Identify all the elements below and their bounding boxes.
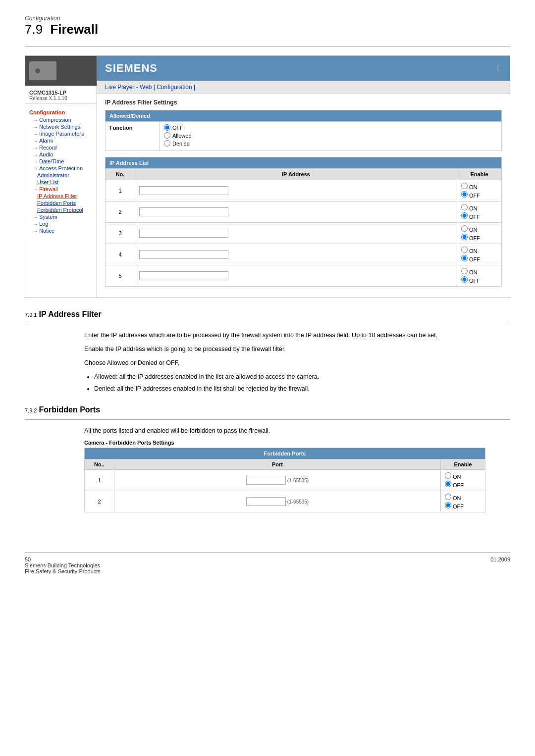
sidebar-item-audio[interactable]: Audio xyxy=(27,151,95,158)
table-row: 2 ON OFF xyxy=(106,202,502,223)
col-no: No. xyxy=(106,169,135,180)
col-ip: IP Address xyxy=(135,169,457,180)
radio-allowed[interactable]: Allowed xyxy=(164,132,497,139)
fp-enable-radio-1: ON OFF xyxy=(445,472,481,488)
sidebar-item-image[interactable]: Image Parameters xyxy=(27,130,95,137)
sidebar-item-network[interactable]: Network Settings xyxy=(27,123,95,130)
footer-division: Fire Safety & Security Products xyxy=(25,568,101,574)
row5-ip xyxy=(135,265,457,287)
content-panel: SIEMENS L Live Player - Web | Configurat… xyxy=(97,56,510,298)
port-input-1[interactable] xyxy=(246,476,286,485)
fp-row2-enable: ON OFF xyxy=(441,491,485,512)
sidebar-item-log[interactable]: Log xyxy=(27,220,95,227)
corner-indicator: L xyxy=(497,63,502,74)
fp-off-label-2[interactable]: OFF xyxy=(445,502,464,509)
ip-input-2[interactable] xyxy=(139,207,228,216)
title-text: Firewall xyxy=(50,22,98,37)
footer-date: 01.2009 xyxy=(490,556,510,574)
off-label-3[interactable]: OFF xyxy=(461,234,480,241)
fp-on-label-2[interactable]: ON xyxy=(445,494,461,501)
page-footer: 50 Siemens Building Technologies Fire Sa… xyxy=(25,552,510,574)
table-row: 3 ON OFF xyxy=(106,223,502,244)
sidebar-subitem-ip-filter[interactable]: IP Address Filter xyxy=(27,193,95,200)
radio-denied[interactable]: Denied xyxy=(164,140,497,147)
function-label: Function xyxy=(106,122,160,151)
section-792: 7.9.2 Forbidden Ports All the ports list… xyxy=(25,405,510,512)
ip-list-header: IP Address List xyxy=(106,157,502,169)
radio-denied-input[interactable] xyxy=(164,140,170,147)
off-label-1[interactable]: OFF xyxy=(461,191,480,199)
sidebar-subitem-forbidden-protocol[interactable]: Forbidden Protocol xyxy=(27,206,95,213)
device-info: CCMC1315-LP Release X.1.1.10 xyxy=(25,86,97,103)
fp-off-radio-2[interactable] xyxy=(445,502,451,508)
fp-on-label-1[interactable]: ON xyxy=(445,472,461,480)
radio-off[interactable]: OFF xyxy=(164,124,497,131)
on-label-1[interactable]: ON xyxy=(461,183,478,190)
forbidden-ports-header: Forbidden Ports xyxy=(85,448,485,459)
on-label-3[interactable]: ON xyxy=(461,225,478,233)
fp-col-port: Port xyxy=(114,459,441,470)
on-radio-2[interactable] xyxy=(461,204,468,210)
off-label-2[interactable]: OFF xyxy=(461,212,480,220)
ip-address-list-table: IP Address List No. IP Address Enable 1 … xyxy=(105,157,502,287)
ip-input-3[interactable] xyxy=(139,229,228,238)
off-label-5[interactable]: OFF xyxy=(461,276,480,284)
sidebar-item-compression[interactable]: Compression xyxy=(27,116,95,123)
fp-off-label-1[interactable]: OFF xyxy=(445,481,464,488)
on-radio-5[interactable] xyxy=(461,268,468,274)
off-radio-2[interactable] xyxy=(461,212,468,219)
radio-off-label: OFF xyxy=(172,125,183,131)
row2-no: 2 xyxy=(106,202,135,223)
row3-no: 3 xyxy=(106,223,135,244)
on-label-4[interactable]: ON xyxy=(461,247,478,254)
ip-input-4[interactable] xyxy=(139,250,228,259)
enable-radio-2: ON OFF xyxy=(461,204,497,220)
radio-allowed-input[interactable] xyxy=(164,132,170,139)
off-radio-3[interactable] xyxy=(461,234,468,240)
fp-row1-enable: ON OFF xyxy=(441,470,485,491)
off-radio-4[interactable] xyxy=(461,255,468,261)
section-792-number: 7.9.2 xyxy=(25,407,37,413)
port-input-2[interactable] xyxy=(246,497,286,506)
radio-off-input[interactable] xyxy=(164,124,170,131)
enable-radio-3: ON OFF xyxy=(461,225,497,241)
section-791-para2: Enable the IP address which is going to … xyxy=(84,344,510,354)
sidebar-subitem-userlist[interactable]: User List xyxy=(27,179,95,186)
fp-off-radio-1[interactable] xyxy=(445,481,451,487)
row1-enable: ON OFF xyxy=(457,180,502,202)
on-radio-3[interactable] xyxy=(461,225,468,232)
radio-denied-label: Denied xyxy=(172,141,190,147)
sidebar-item-firewall[interactable]: Firewall xyxy=(27,186,95,193)
nav-section-label: Configuration xyxy=(29,109,95,115)
ip-input-1[interactable] xyxy=(139,186,228,195)
table-row: 5 ON OFF xyxy=(106,265,502,287)
table-row: 2 (1-65535) ON OFF xyxy=(85,491,485,512)
row3-ip xyxy=(135,223,457,244)
sidebar-subitem-administrator[interactable]: Administrator xyxy=(27,172,95,179)
sidebar-item-datetime[interactable]: Date/Time xyxy=(27,158,95,165)
sidebar-item-alarm[interactable]: Alarm xyxy=(27,137,95,144)
row4-ip xyxy=(135,244,457,265)
enable-radio-4: ON OFF xyxy=(461,247,497,262)
sidebar-subitem-forbidden-ports[interactable]: Forbidden Ports xyxy=(27,200,95,206)
sidebar-item-notice[interactable]: Notice xyxy=(27,227,95,234)
nav-text: Live Player - Web | Configuration | xyxy=(105,84,195,91)
on-radio-1[interactable] xyxy=(461,183,468,189)
col-enable: Enable xyxy=(457,169,502,180)
fp-row2-no: 2 xyxy=(85,491,114,512)
fp-on-radio-2[interactable] xyxy=(445,494,451,500)
table-row: 1 ON OFF xyxy=(106,180,502,202)
on-radio-4[interactable] xyxy=(461,247,468,253)
off-radio-1[interactable] xyxy=(461,191,468,198)
sidebar-item-access-protection[interactable]: Access Protection xyxy=(27,165,95,172)
sidebar-item-system[interactable]: System xyxy=(27,213,95,220)
sidebar-item-record[interactable]: Record xyxy=(27,144,95,151)
row4-enable: ON OFF xyxy=(457,244,502,265)
on-label-5[interactable]: ON xyxy=(461,268,478,275)
on-label-2[interactable]: ON xyxy=(461,204,478,211)
fp-on-radio-1[interactable] xyxy=(445,472,451,479)
main-layout: CCMC1315-LP Release X.1.1.10 Configurati… xyxy=(25,55,510,298)
ip-input-5[interactable] xyxy=(139,271,228,280)
off-radio-5[interactable] xyxy=(461,276,468,283)
off-label-4[interactable]: OFF xyxy=(461,255,480,262)
